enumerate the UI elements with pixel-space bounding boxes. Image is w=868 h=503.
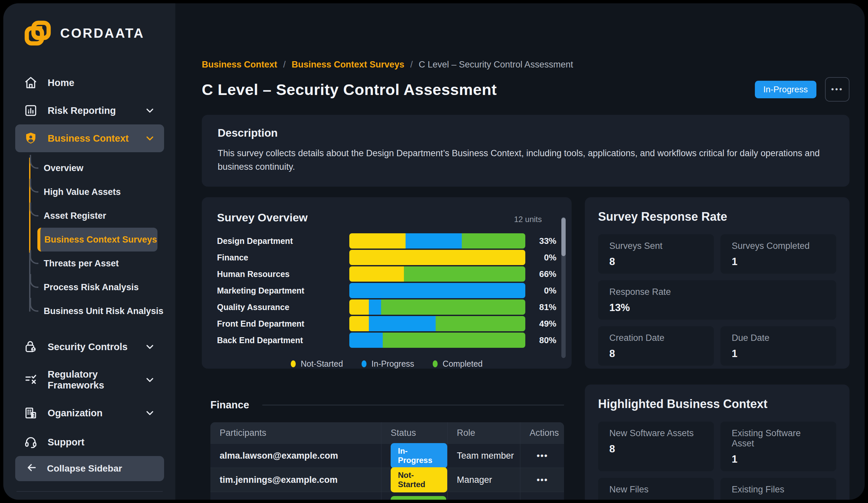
sidebar-item-regulatory-frameworks[interactable]: Regulatory Frameworks bbox=[15, 362, 164, 398]
chart-category-label: Back End Department bbox=[217, 336, 349, 345]
row-actions-button[interactable]: ••• bbox=[520, 444, 564, 468]
stat-tile-new-software-assets: New Software Assets8 bbox=[598, 422, 714, 471]
chart-bar bbox=[349, 283, 525, 298]
sidebar-subitem-threats-per-asset[interactable]: Threats per Asset bbox=[29, 252, 164, 275]
chart-scrollbar-thumb[interactable] bbox=[561, 218, 566, 256]
sidebar-subitem-label: Asset Register bbox=[44, 211, 106, 221]
chart-bar bbox=[349, 233, 525, 248]
chart-scrollbar[interactable] bbox=[561, 217, 566, 358]
chart-category-label: Finance bbox=[217, 253, 349, 263]
sidebar-subitem-overview[interactable]: Overview bbox=[29, 156, 164, 180]
brand: CORDAATA bbox=[15, 19, 164, 48]
chart-category-label: Quality Assurance bbox=[217, 302, 349, 312]
sidebar-subitem-business-unit-risk-analysis[interactable]: Business Unit Risk Analysis bbox=[29, 299, 164, 323]
response-rate-title: Survey Response Rate bbox=[598, 210, 836, 224]
chart-percent-label: 0% bbox=[529, 286, 556, 296]
lock-user-icon bbox=[24, 340, 38, 354]
stat-tile-existing-files: Existing Files1 bbox=[721, 478, 836, 500]
left-column: Survey Overview 12 units Design Departme… bbox=[202, 197, 572, 500]
status-badge-completed: Completed bbox=[391, 496, 446, 500]
stat-tile-label: Surveys Completed bbox=[732, 241, 825, 251]
tree-elbow bbox=[30, 250, 38, 264]
sidebar-item-home[interactable]: Home bbox=[15, 69, 164, 96]
chart-segment-in-progress bbox=[369, 316, 436, 331]
stat-tile-value: 1 bbox=[732, 348, 825, 360]
sidebar-subitem-process-risk-analysis[interactable]: Process Risk Analysis bbox=[29, 275, 164, 299]
stat-tile-label: Creation Date bbox=[609, 333, 703, 343]
chart-percent-label: 80% bbox=[529, 335, 556, 346]
breadcrumb-item-c-level-security-control-assessment: C Level – Security Control Assessment bbox=[419, 60, 573, 70]
chart-row: Back End Department80% bbox=[217, 332, 556, 348]
stat-tile-value: 1 bbox=[732, 453, 825, 465]
sidebar-subitem-high-value-assets[interactable]: High Value Assets bbox=[29, 180, 164, 204]
chart-percent-label: 66% bbox=[529, 269, 556, 279]
table-row: alma.lawson@example.comIn-ProgressTeam m… bbox=[210, 443, 564, 468]
chart-units-label: 12 units bbox=[514, 215, 542, 224]
stat-tile-surveys-sent: Surveys Sent8 bbox=[598, 234, 714, 274]
sidebar-item-business-context[interactable]: Business Context bbox=[15, 124, 164, 152]
chart-category-label: Front End Department bbox=[217, 319, 349, 329]
chart-percent-label: 49% bbox=[529, 319, 556, 329]
chart-category-label: Human Resources bbox=[217, 269, 349, 279]
content-grid: Survey Overview 12 units Design Departme… bbox=[202, 197, 849, 500]
sidebar-subitem-business-context-surveys[interactable]: Business Context Surveys bbox=[38, 228, 157, 252]
headset-icon bbox=[24, 435, 38, 449]
chart-segment-not-started bbox=[349, 266, 404, 281]
sidebar-subitem-label: Business Unit Risk Analysis bbox=[44, 306, 163, 316]
status-badge-in-progress: In-Progress bbox=[391, 443, 447, 468]
finance-header: Finance bbox=[210, 399, 564, 411]
role-cell: Team member bbox=[447, 444, 520, 468]
breadcrumb-separator: / bbox=[410, 60, 413, 70]
sidebar-item-support[interactable]: Support bbox=[15, 428, 164, 456]
stat-tile-value: 8 bbox=[609, 443, 703, 455]
highlighted-context-tiles: New Software Assets8Existing Software As… bbox=[598, 422, 836, 500]
sidebar-subitem-label: High Value Assets bbox=[44, 187, 121, 197]
tree-elbow bbox=[30, 179, 38, 193]
chart-category-label: Design Department bbox=[217, 236, 349, 246]
sidebar-item-oganization[interactable]: Oganization bbox=[15, 399, 164, 427]
participant-cell: debra.holt@example.com bbox=[210, 492, 381, 500]
breadcrumb-item-business-context[interactable]: Business Context bbox=[202, 60, 277, 70]
status-badge-not-started: Not-Started bbox=[391, 467, 447, 492]
chart-segment-not-started bbox=[349, 233, 405, 248]
chevron-down-icon bbox=[144, 133, 155, 144]
stat-tile-surveys-completed: Surveys Completed1 bbox=[721, 234, 836, 274]
sidebar-item-risk-reporting[interactable]: Risk Reporting bbox=[15, 96, 164, 124]
more-options-button[interactable]: ••• bbox=[825, 77, 849, 102]
sidebar-footer: Collapse Sidebar Light Dark bbox=[15, 456, 164, 500]
shield-user-icon bbox=[24, 131, 38, 145]
stat-tile-label: Existing Files bbox=[732, 484, 825, 495]
finance-section: Finance ParticipantsStatusRoleActionsalm… bbox=[210, 399, 564, 500]
finance-divider bbox=[262, 405, 564, 406]
legend-label: Not-Started bbox=[301, 359, 343, 369]
highlighted-context-title: Highlighted Business Context bbox=[598, 397, 836, 411]
column-header-participants: Participants bbox=[210, 422, 381, 443]
stat-tile-label: New Files bbox=[609, 484, 703, 495]
chart-row: Finance0% bbox=[217, 249, 556, 266]
stat-tile-label: New Software Assets bbox=[609, 428, 703, 439]
role-cell: Manager bbox=[447, 468, 520, 492]
checklist-icon bbox=[24, 373, 38, 387]
chart-percent-label: 81% bbox=[529, 302, 556, 312]
breadcrumb: Business Context/Business Context Survey… bbox=[202, 60, 849, 70]
stat-tile-value: 8 bbox=[609, 256, 703, 268]
sidebar-subitem-label: Process Risk Analysis bbox=[44, 282, 138, 292]
tree-elbow bbox=[30, 203, 38, 216]
description-card: Description This survey collects details… bbox=[202, 115, 849, 187]
sidebar-item-security-controls[interactable]: Security Controls bbox=[15, 333, 164, 361]
chart-segment-not-started bbox=[349, 299, 369, 315]
chart-row: Human Resources66% bbox=[217, 266, 556, 282]
legend-label: In-Progress bbox=[371, 359, 414, 369]
tree-elbow bbox=[30, 274, 38, 288]
collapse-sidebar-button[interactable]: Collapse Sidebar bbox=[15, 456, 164, 481]
status-cell: Completed bbox=[381, 492, 447, 500]
row-actions-button[interactable]: ••• bbox=[520, 492, 564, 500]
chart-bar bbox=[349, 316, 525, 331]
sidebar-subitem-asset-register[interactable]: Asset Register bbox=[29, 204, 164, 228]
chart-segment-in-progress bbox=[405, 233, 462, 248]
status-badge[interactable]: In-Progress bbox=[755, 81, 816, 98]
table-row: debra.holt@example.comCompletedTeam memb… bbox=[210, 492, 564, 500]
row-actions-button[interactable]: ••• bbox=[520, 468, 564, 492]
breadcrumb-item-business-context-surveys[interactable]: Business Context Surveys bbox=[292, 60, 405, 70]
sidebar-item-label: Risk Reporting bbox=[48, 105, 116, 116]
